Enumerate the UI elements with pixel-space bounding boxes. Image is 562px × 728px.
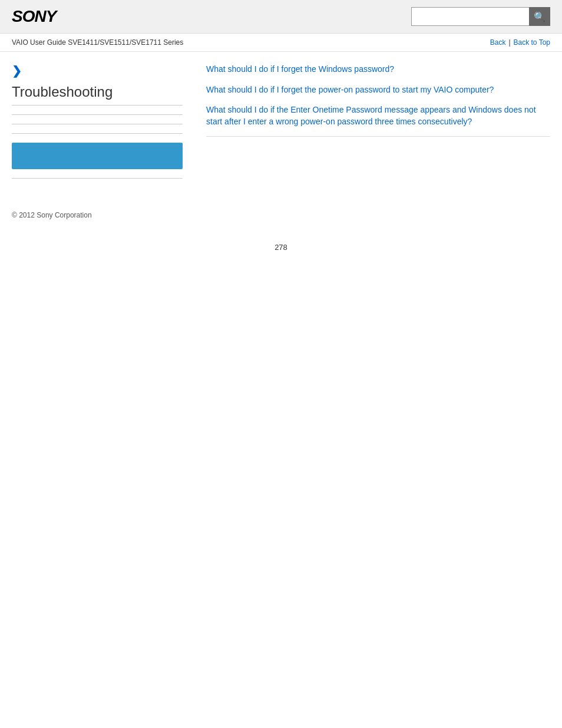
search-input[interactable] [411, 7, 529, 26]
sidebar-title: Troubleshooting [12, 84, 183, 106]
link-forget-power-on-password[interactable]: What should I do if I forget the power-o… [206, 84, 550, 96]
sidebar-blue-box [12, 143, 183, 169]
link-enter-onetime-password[interactable]: What should I do if the Enter Onetime Pa… [206, 104, 550, 127]
link-forget-windows-password[interactable]: What should I do if I forget the Windows… [206, 64, 550, 75]
sidebar-divider-bottom [12, 178, 183, 179]
back-to-top-link[interactable]: Back to Top [514, 38, 550, 47]
sidebar-divider-2 [12, 124, 183, 124]
nav-separator: | [508, 38, 510, 47]
main-content: ❯ Troubleshooting What should I do if I … [0, 52, 562, 199]
search-icon: 🔍 [534, 11, 546, 22]
breadcrumb-nav: Back | Back to Top [490, 38, 550, 47]
sidebar-divider-3 [12, 133, 183, 134]
header: SONY 🔍 [0, 0, 562, 34]
breadcrumb-bar: VAIO User Guide SVE1411/SVE1511/SVE1711 … [0, 34, 562, 52]
guide-title: VAIO User Guide SVE1411/SVE1511/SVE1711 … [12, 38, 183, 47]
sidebar-divider-1 [12, 114, 183, 115]
search-area: 🔍 [411, 7, 550, 26]
back-link[interactable]: Back [490, 38, 506, 47]
chevron-icon: ❯ [12, 64, 183, 78]
footer: © 2012 Sony Corporation [0, 199, 562, 231]
search-button[interactable]: 🔍 [529, 7, 550, 26]
page-number: 278 [0, 231, 562, 263]
sony-logo: SONY [12, 7, 56, 26]
content-divider [206, 136, 550, 137]
copyright-text: © 2012 Sony Corporation [12, 211, 92, 219]
content-area: What should I do if I forget the Windows… [194, 64, 550, 187]
sidebar: ❯ Troubleshooting [12, 64, 194, 187]
